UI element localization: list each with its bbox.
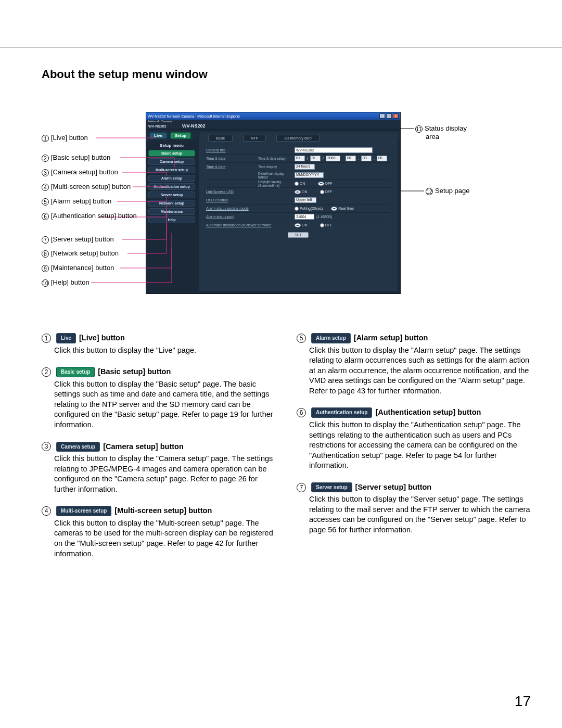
desc-pill: Camera setup [56,442,100,452]
setup-button[interactable]: Setup [170,132,191,139]
window-title: WV-NS202 Network Camera - Microsoft Inte… [148,114,240,118]
menu-maintenance[interactable]: Maintenance [148,208,195,215]
desc-item-5: 5Alarm setup[Alarm setup] buttonClick th… [297,333,531,396]
menu-help[interactable]: Help [148,216,195,223]
desc-title: [Basic setup] button [98,367,171,377]
osd-select[interactable]: Upper left [295,197,316,203]
window-titlebar: WV-NS202 Network Camera - Microsoft Inte… [146,112,400,120]
desc-number: 5 [297,334,306,343]
desc-body: Click this button to display the "Alarm … [297,346,531,397]
led-on[interactable]: ON [295,190,308,194]
desc-body: Click this button to display the "Camera… [42,454,276,494]
menu-basic-setup[interactable]: Basic setup [148,150,195,157]
desc-title: [Live] button [79,333,125,343]
autoinstall-off[interactable]: OFF [320,223,333,227]
tab-basic[interactable]: Basic [208,135,233,142]
page-number: 17 [515,693,531,710]
desc-number: 6 [297,408,306,417]
desc-item-4: 4Multi-screen setup[Multi-screen setup] … [42,506,276,559]
dt-format-select[interactable]: MM/DD/YYYY [295,172,324,178]
desc-title: [Server setup] button [355,482,432,493]
minimize-icon[interactable]: _ [379,113,385,119]
close-icon[interactable]: × [393,113,399,119]
set-button[interactable]: SET [288,232,309,238]
desc-body: Click this button to display the "Authen… [297,420,531,471]
month-select[interactable]: 01 [295,156,305,161]
desc-pill: Alarm setup [311,333,351,343]
desc-number: 7 [297,483,306,492]
live-button[interactable]: Live [149,132,167,139]
year-select[interactable]: 2006 [326,156,340,161]
alarm-port-input[interactable] [295,214,314,220]
desc-pill: Multi-screen setup [56,506,111,516]
menu-alarm-setup[interactable]: Alarm setup [148,175,195,182]
menu-network-setup[interactable]: Network setup [148,200,195,207]
setup-page: Basic NTP SD memory card Camera title Ti… [198,131,398,291]
maximize-icon[interactable]: □ [386,113,392,119]
led-off[interactable]: OFF [320,190,333,194]
camera-header: Network Camera WV-NS202 WV-NS202 [146,120,400,130]
window-buttons: _ □ × [379,113,399,119]
sec-select[interactable]: 00 [377,156,387,161]
tab-ntp[interactable]: NTP [243,135,266,142]
status-display-area: WV-NS202 [182,123,206,129]
desc-title: [Camera setup] button [103,442,184,452]
menu-multiscreen-setup[interactable]: Multi-screen setup [148,167,195,173]
autoinstall-on[interactable]: ON [295,223,308,227]
header-rule [0,47,562,47]
tab-sd[interactable]: SD memory card [276,135,320,142]
day-select[interactable]: 01 [310,156,321,161]
desc-title: [Alarm setup] button [354,333,428,343]
daylight-off[interactable]: OFF [318,182,333,186]
min-select[interactable]: 00 [361,156,372,161]
desc-pill: Server setup [311,482,352,493]
desc-item-6: 6Authentication setup[Authentication set… [297,407,531,470]
desc-body: Click this button to display the "Live" … [42,346,276,356]
description-columns: 1Live[Live] buttonClick this button to d… [42,333,531,570]
time-display-select[interactable]: 24 hours [295,164,315,170]
desc-body: Click this button to display the "Server… [297,494,531,535]
desc-title: [Authentication setup] button [375,407,481,418]
desc-item-7: 7Server setup[Server setup] buttonClick … [297,482,531,535]
desc-pill: Authentication setup [311,407,372,418]
hour-select[interactable]: 00 [346,156,356,161]
desc-title: [Multi-screen setup] button [114,506,212,516]
menu-authentication-setup[interactable]: Authentication setup [148,183,195,190]
menu-camera-setup[interactable]: Camera setup [148,158,195,165]
desc-number: 4 [42,506,51,516]
alarm-realtime[interactable]: Real time [331,207,354,211]
desc-pill: Live [56,333,76,343]
desc-number: 3 [42,442,51,451]
desc-body: Click this button to display the "Basic … [42,379,276,430]
menu-server-setup[interactable]: Server setup [148,191,195,198]
camera-title-input[interactable] [295,147,373,153]
desc-item-3: 3Camera setup[Camera setup] buttonClick … [42,442,276,495]
setup-window-figure: WV-NS202 Network Camera - Microsoft Inte… [146,112,401,294]
daylight-on[interactable]: ON [295,182,305,186]
page-title: About the setup menu window [42,68,208,81]
desc-number: 2 [42,367,51,377]
setup-menu: Setup menu Basic setup Camera setup Mult… [148,142,195,225]
desc-number: 1 [42,334,51,343]
alarm-polling[interactable]: Polling(30sec) [295,207,323,211]
desc-body: Click this button to display the "Multi-… [42,518,276,559]
desc-item-2: 2Basic setup[Basic setup] buttonClick th… [42,367,276,430]
desc-pill: Basic setup [56,367,95,377]
desc-item-1: 1Live[Live] buttonClick this button to d… [42,333,276,355]
